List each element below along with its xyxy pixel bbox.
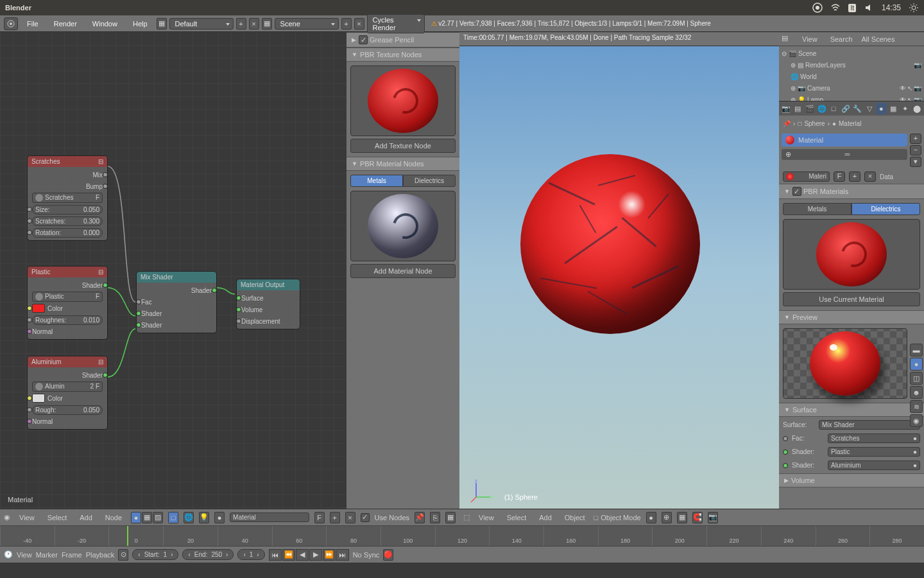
lamp-mat-icon[interactable]: 💡 <box>199 512 209 523</box>
tab-data[interactable]: ▽ <box>864 103 875 114</box>
layout-add[interactable]: + <box>236 18 246 30</box>
keyframe-next-icon[interactable]: ⏩ <box>323 549 336 561</box>
node-material-output[interactable]: Material Output Surface Volume Displacem… <box>236 279 300 329</box>
shader2-dropdown[interactable]: Aluminium● <box>828 460 920 470</box>
link-dropdown[interactable]: Data <box>880 173 920 180</box>
mat-del[interactable]: × <box>345 512 355 523</box>
use-current-material-button[interactable]: Use Current Material <box>783 292 920 306</box>
shader-type-icon[interactable]: ● <box>131 512 141 523</box>
scene-browse-icon[interactable]: ▦ <box>262 18 272 30</box>
editor-type-icon[interactable] <box>4 17 18 30</box>
wifi-icon[interactable] <box>830 3 841 13</box>
tab-layers[interactable]: ▤ <box>792 103 804 114</box>
cursor-icon[interactable]: ↖ <box>907 85 912 92</box>
panel-pbr-texture[interactable]: ▼PBR Texture Nodes <box>346 48 459 62</box>
snap-icon[interactable]: 🧲 <box>692 512 703 523</box>
ne-add[interactable]: Add <box>76 512 96 523</box>
add-texture-node-button[interactable]: Add Texture Node <box>350 139 456 153</box>
editor-type-icon[interactable]: ▤ <box>782 34 793 44</box>
pin-icon[interactable]: 📌 <box>783 120 791 127</box>
panel-surface[interactable]: ▼Surface <box>779 403 924 417</box>
tab-metals[interactable]: Metals <box>350 175 403 187</box>
start-frame-field[interactable]: ‹Start:1› <box>132 549 178 560</box>
menu-render[interactable]: Render <box>47 19 83 29</box>
render-icon[interactable]: 📷 <box>914 62 921 69</box>
tree-renderlayers[interactable]: ⊕▤RenderLayers📷 <box>782 59 921 71</box>
autokey-icon[interactable]: 🔴 <box>383 549 393 561</box>
node-plastic[interactable]: Plastic⊟ Shader PlasticF Color Roughnes:… <box>27 266 108 340</box>
node-editor[interactable]: Scratches⊟ Mix Bump ScratchesF Size:0.05… <box>0 32 346 509</box>
pin-icon[interactable]: 📌 <box>415 512 425 523</box>
screen-layout[interactable]: Default <box>169 18 234 30</box>
timeline[interactable]: -40 -20 0 20 40 60 80 100 120 140 160 18… <box>0 525 924 546</box>
range-icon[interactable]: ⊙ <box>118 549 128 561</box>
tab-dielectrics[interactable]: Dielectrics <box>403 175 456 187</box>
panel-pbr-materials[interactable]: ▼✓ PBR Materials <box>779 184 924 199</box>
current-frame-field[interactable]: ‹1› <box>237 549 264 560</box>
editor-type-icon[interactable]: ⬚ <box>463 513 470 521</box>
collapse-icon[interactable]: ⊟ <box>98 158 103 165</box>
play-icon[interactable]: ▶ <box>309 549 322 561</box>
mode-dropdown[interactable]: □Object Mode <box>594 514 641 521</box>
render-icon[interactable]: 📷 <box>708 512 718 523</box>
jump-start-icon[interactable]: ⏮ <box>269 549 282 561</box>
material-name-field[interactable]: Materi <box>783 171 830 182</box>
end-frame-field[interactable]: ‹End:250› <box>182 549 234 560</box>
object-mat-icon[interactable]: □ <box>168 512 178 523</box>
tab-render[interactable]: 📷 <box>780 103 792 114</box>
outliner[interactable]: ▤ View Search All Scenes ⊖🎬Scene ⊕▤Rende… <box>779 32 924 101</box>
mat-add[interactable]: + <box>330 512 340 523</box>
collapse-icon[interactable]: ⊟ <box>98 268 103 276</box>
shading-icon[interactable]: ● <box>646 512 656 523</box>
playhead[interactable] <box>127 526 128 546</box>
node-scratches[interactable]: Scratches⊟ Mix Bump ScratchesF Size:0.05… <box>27 155 108 241</box>
3d-viewport[interactable]: Time:00:05.77 | Mem:19.07M, Peak:43.05M … <box>459 32 779 509</box>
menu-window[interactable]: Window <box>86 19 124 29</box>
backdrop-icon[interactable]: ▦ <box>445 512 456 523</box>
editor-type-icon[interactable]: ◉ <box>4 513 10 521</box>
vp-view[interactable]: View <box>475 512 498 523</box>
clock[interactable]: 14:35 <box>882 3 901 12</box>
layout-del[interactable]: × <box>249 18 259 30</box>
surface-dropdown[interactable]: Mix Shader● <box>819 420 920 430</box>
tab-texture[interactable]: ▦ <box>887 103 899 114</box>
mat-add[interactable]: + <box>849 171 860 182</box>
compositor-type-icon[interactable]: ▦ <box>142 512 152 523</box>
slot-menu[interactable]: ▾ <box>910 157 921 167</box>
volume-icon[interactable] <box>864 3 874 13</box>
scene-add[interactable]: + <box>341 18 352 30</box>
tab-world[interactable]: 🌐 <box>816 103 828 114</box>
texture-type-icon[interactable]: ▨ <box>153 512 163 523</box>
tab-particles[interactable]: ✦ <box>900 103 911 114</box>
ne-node[interactable]: Node <box>101 512 126 523</box>
copy-icon[interactable]: ⎘ <box>430 512 440 523</box>
sync-dropdown[interactable]: No Sync <box>353 551 380 559</box>
tree-scene[interactable]: ⊖🎬Scene <box>782 48 921 59</box>
tl-playback[interactable]: Playback <box>86 551 115 559</box>
node-mix-shader[interactable]: Mix Shader Shader Fac Shader Shader <box>136 271 217 333</box>
pivot-icon[interactable]: ⊕ <box>662 512 672 523</box>
preview-fluid-icon[interactable]: ◉ <box>910 414 923 427</box>
layers-icon[interactable]: ▦ <box>677 512 687 523</box>
use-nodes-checkbox[interactable]: ✓ <box>361 513 370 522</box>
vp-object[interactable]: Object <box>561 512 589 523</box>
tl-marker[interactable]: Marker <box>36 551 58 559</box>
play-reverse-icon[interactable]: ◀ <box>296 549 309 561</box>
menu-help[interactable]: Help <box>126 19 154 29</box>
mat-browse-icon[interactable]: ● <box>214 512 225 523</box>
outliner-search[interactable]: Search <box>826 34 857 44</box>
world-mat-icon[interactable]: 🌐 <box>184 512 194 523</box>
render-icon[interactable]: 📷 <box>914 85 921 92</box>
layout-browse-icon[interactable]: ▦ <box>157 18 167 30</box>
tree-camera[interactable]: ⊕📷Camera👁↖📷 <box>782 82 921 94</box>
shader1-dropdown[interactable]: Plastic● <box>828 447 920 457</box>
eye-icon[interactable]: 👁 <box>900 85 906 92</box>
tab-dielectrics-prop[interactable]: Dielectrics <box>851 203 920 215</box>
preview-flat-icon[interactable]: ▬ <box>910 344 923 356</box>
tab-object[interactable]: □ <box>828 103 839 114</box>
preview-cube-icon[interactable]: ◫ <box>910 372 923 385</box>
tab-material[interactable]: ● <box>876 103 887 114</box>
mat-unlink[interactable]: × <box>864 171 876 182</box>
keyframe-prev-icon[interactable]: ⏪ <box>282 549 295 561</box>
cursor-icon[interactable]: ↖ <box>907 96 912 102</box>
